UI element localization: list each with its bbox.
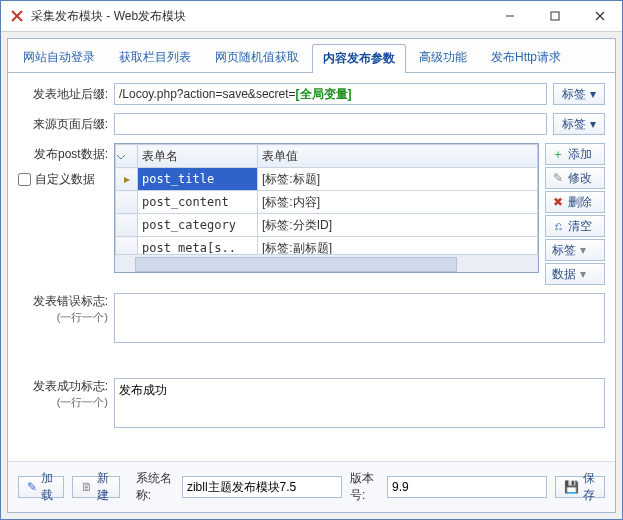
window-title: 采集发布模块 - Web发布模块 — [31, 8, 487, 25]
chevron-down-icon: ▾ — [580, 267, 586, 281]
error-flags-input[interactable] — [114, 293, 605, 343]
version-input[interactable] — [387, 476, 547, 498]
titlebar: 采集发布模块 - Web发布模块 — [1, 1, 622, 32]
post-grid-body[interactable]: 表单名 表单值 ▸ post_title [标签:标题] — [115, 144, 538, 254]
row-indicator-icon: ▸ — [116, 168, 138, 191]
clear-button[interactable]: ⎌清空 — [545, 215, 605, 237]
app-window: 采集发布模块 - Web发布模块 网站自动登录 获取栏目列表 网页随机值获取 内… — [0, 0, 623, 520]
client-area: 网站自动登录 获取栏目列表 网页随机值获取 内容发布参数 高级功能 发布Http… — [1, 32, 622, 519]
footer: ✎加载 🗎新建 系统名称: 版本号: 💾保存 — [8, 461, 615, 512]
post-left-column: 发布post数据: 自定义数据 — [18, 143, 108, 285]
edit-button[interactable]: ✎修改 — [545, 167, 605, 189]
publish-url-globalvar: [全局变量] — [296, 87, 352, 101]
post-data-area: 发布post数据: 自定义数据 — [18, 143, 605, 285]
chevron-down-icon: ▾ — [590, 117, 596, 131]
table-row[interactable]: post_meta[s.. [标签:副标题] — [116, 237, 538, 255]
error-label: 发表错误标志: — [18, 293, 108, 310]
new-button[interactable]: 🗎新建 — [72, 476, 120, 498]
plus-icon: ＋ — [552, 146, 564, 163]
publish-url-label: 发表地址后缀: — [18, 83, 108, 103]
tab-auto-login[interactable]: 网站自动登录 — [12, 43, 106, 72]
load-button[interactable]: ✎加载 — [18, 476, 64, 498]
x-icon: ✖ — [552, 195, 564, 209]
referer-input[interactable] — [114, 113, 547, 135]
tab-publish-params[interactable]: 内容发布参数 — [312, 44, 406, 73]
chevron-down-icon: ▾ — [590, 87, 596, 101]
chevron-down-icon: ▾ — [580, 243, 586, 257]
error-hint: (一行一个) — [18, 310, 108, 325]
delete-button[interactable]: ✖删除 — [545, 191, 605, 213]
sysname-label: 系统名称: — [136, 470, 174, 504]
table-row[interactable]: post_content [标签:内容] — [116, 191, 538, 214]
main-panel: 网站自动登录 获取栏目列表 网页随机值获取 内容发布参数 高级功能 发布Http… — [7, 38, 616, 513]
minimize-button[interactable] — [487, 1, 532, 31]
edit-icon: ✎ — [27, 480, 37, 494]
grid-col-value[interactable]: 表单值 — [258, 145, 538, 168]
custom-data-checkbox[interactable]: 自定义数据 — [18, 169, 108, 188]
tab-strip: 网站自动登录 获取栏目列表 网页随机值获取 内容发布参数 高级功能 发布Http… — [8, 39, 615, 73]
post-grid: 表单名 表单值 ▸ post_title [标签:标题] — [114, 143, 539, 273]
grid-corner[interactable] — [116, 145, 138, 168]
publish-url-input[interactable]: /Locoy.php?action=save&secret=[全局变量] — [114, 83, 547, 105]
tab-body: 发表地址后缀: /Locoy.php?action=save&secret=[全… — [8, 73, 615, 461]
publish-url-tag-button[interactable]: 标签▾ — [553, 83, 605, 105]
tab-advanced[interactable]: 高级功能 — [408, 43, 478, 72]
row-error-flags: 发表错误标志: (一行一个) — [18, 293, 605, 370]
custom-data-checkbox-input[interactable] — [18, 173, 31, 186]
maximize-button[interactable] — [532, 1, 577, 31]
version-label: 版本号: — [350, 470, 379, 504]
success-flags-input[interactable] — [114, 378, 605, 428]
row-referer: 来源页面后缀: 标签▾ — [18, 113, 605, 135]
success-hint: (一行一个) — [18, 395, 108, 410]
post-label: 发布post数据: — [18, 143, 108, 163]
tab-random-value[interactable]: 网页随机值获取 — [204, 43, 310, 72]
referer-label: 来源页面后缀: — [18, 113, 108, 133]
grid-hscrollbar[interactable] — [115, 254, 538, 272]
row-success-flags: 发表成功标志: (一行一个) — [18, 378, 605, 455]
success-label: 发表成功标志: — [18, 378, 108, 395]
publish-url-text: /Locoy.php?action=save&secret= — [119, 87, 296, 101]
grid-col-name[interactable]: 表单名 — [138, 145, 258, 168]
referer-tag-button[interactable]: 标签▾ — [553, 113, 605, 135]
table-row[interactable]: post_category [标签:分类ID] — [116, 214, 538, 237]
side-tag-button[interactable]: 标签▾ — [545, 239, 605, 261]
side-data-button[interactable]: 数据▾ — [545, 263, 605, 285]
svg-rect-1 — [551, 12, 559, 20]
save-icon: 💾 — [564, 480, 579, 494]
close-button[interactable] — [577, 1, 622, 31]
tab-http-request[interactable]: 发布Http请求 — [480, 43, 572, 72]
pencil-icon: ✎ — [552, 171, 564, 185]
table-row[interactable]: ▸ post_title [标签:标题] — [116, 168, 538, 191]
file-icon: 🗎 — [81, 480, 93, 494]
app-icon — [9, 8, 25, 24]
grid-side-buttons: ＋添加 ✎修改 ✖删除 ⎌清空 标签▾ 数据▾ — [545, 143, 605, 285]
row-publish-url: 发表地址后缀: /Locoy.php?action=save&secret=[全… — [18, 83, 605, 105]
scroll-thumb[interactable] — [135, 257, 457, 272]
sysname-input[interactable] — [182, 476, 342, 498]
add-button[interactable]: ＋添加 — [545, 143, 605, 165]
tab-category-list[interactable]: 获取栏目列表 — [108, 43, 202, 72]
broom-icon: ⎌ — [552, 219, 564, 233]
save-button[interactable]: 💾保存 — [555, 476, 605, 498]
